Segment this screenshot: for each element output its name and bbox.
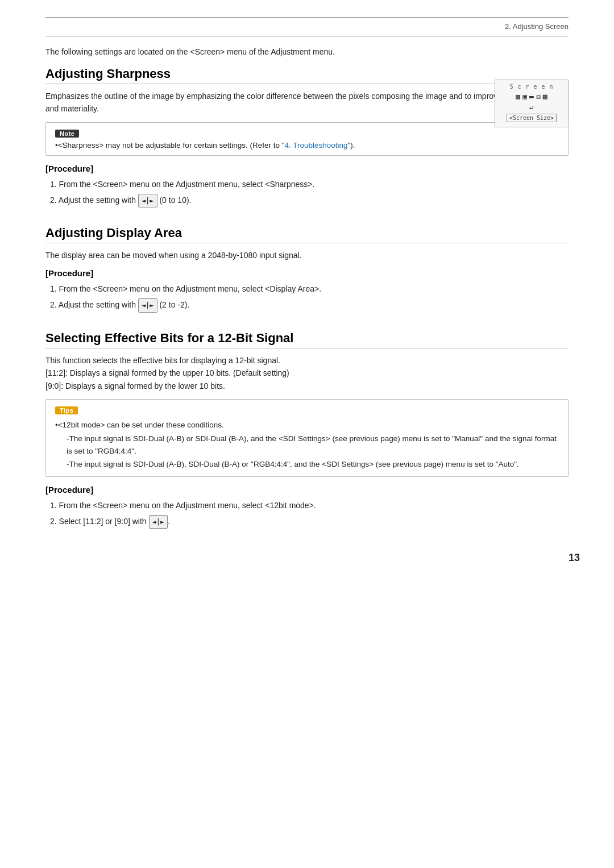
btn-icon-display-area: ◄|► [138,298,157,312]
btn-icon-sharpness: ◄|► [138,194,157,207]
screen-menu-widget: S c r e e n ▩ ▣ ▬ ⧈ ▦ ↩ <Screen Size> [495,80,569,127]
body-line-2: [11:2]: Displays a signal formed by the … [45,367,569,379]
section-body-effective-bits: This function selects the effective bits… [45,354,569,392]
screen-icon-5: ▦ [543,92,547,101]
section-title-effective-bits: Selecting Effective Bits for a 12-Bit Si… [45,331,569,348]
procedure-step-sharpness-2: 2. Adjust the setting with ◄|► (0 to 10)… [50,194,569,207]
screen-icon-4: ⧈ [536,92,541,101]
procedure-step-effective-bits-2: 2. Select [11:2] or [9:0] with ◄|►. [50,515,569,529]
tips-sub-1: -The input signal is SDI-Dual (A-B) or S… [67,433,559,458]
section-body-display-area: The display area can be moved when using… [45,249,569,261]
screen-icon-6: ↩ [529,103,534,112]
tips-item-1: •<12bit mode> can be set under these con… [55,419,559,431]
troubleshooting-link[interactable]: 4. Troubleshooting [284,141,347,149]
note-text-sharpness: •<Sharpness> may not be adjustable for c… [55,141,559,149]
procedure-label-display-area: [Procedure] [45,268,569,278]
page-header: 2. Adjusting Screen [45,18,569,31]
screen-icon-2: ▣ [522,92,527,101]
screen-icon-1: ▩ [516,92,520,101]
intro-text: The following settings are located on th… [45,47,569,56]
screen-menu-title: S c r e e n [501,84,562,90]
section-title-display-area: Adjusting Display Area [45,226,569,243]
screen-icon-3: ▬ [529,92,534,101]
procedure-step-display-area-2: 2. Adjust the setting with ◄|► (2 to -2)… [50,298,569,312]
section-adjusting-sharpness: Adjusting Sharpness Emphasizes the outli… [45,67,569,207]
body-line-1: This function selects the effective bits… [45,354,569,367]
section-effective-bits: Selecting Effective Bits for a 12-Bit Si… [45,331,569,529]
note-box-sharpness: Note •<Sharpness> may not be adjustable … [45,122,569,156]
section-body-sharpness: Emphasizes the outline of the image by e… [45,90,569,115]
screen-menu-selected: <Screen Size> [507,114,557,122]
tips-label: Tips [55,406,78,414]
procedure-label-effective-bits: [Procedure] [45,485,569,495]
page-section-label: 2. Adjusting Screen [505,22,569,31]
page-number: 13 [569,552,580,564]
tips-sub-2: -The input signal is SDI-Dual (A-B), SDI… [67,458,559,471]
procedure-step-effective-bits-1: 1. From the <Screen> menu on the Adjustm… [50,499,569,513]
note-label-sharpness: Note [55,130,79,138]
body-line-3: [9:0]: Displays a signal formed by the l… [45,380,569,392]
btn-icon-effective-bits: ◄|► [149,515,168,529]
procedure-label-sharpness: [Procedure] [45,164,569,173]
section-title-sharpness: Adjusting Sharpness [45,67,569,84]
tips-box-effective-bits: Tips •<12bit mode> can be set under thes… [45,399,569,477]
procedure-step-display-area-1: 1. From the <Screen> menu on the Adjustm… [50,283,569,296]
screen-menu-icons: ▩ ▣ ▬ ⧈ ▦ [501,92,562,101]
procedure-step-sharpness-1: 1. From the <Screen> menu on the Adjustm… [50,178,569,192]
section-adjusting-display-area: Adjusting Display Area The display area … [45,226,569,313]
